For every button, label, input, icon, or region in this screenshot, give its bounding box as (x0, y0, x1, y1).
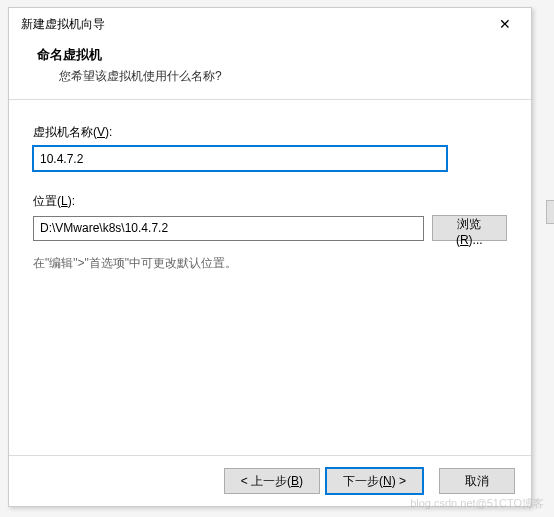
location-input[interactable] (33, 216, 424, 241)
side-sliver (546, 200, 554, 224)
wizard-header: 命名虚拟机 您希望该虚拟机使用什么名称? (9, 40, 531, 99)
content-area: 虚拟机名称(V): 位置(L): 浏览(R)... 在"编辑">"首选项"中可更… (9, 100, 531, 272)
next-button[interactable]: 下一步(N) > (326, 468, 423, 494)
vm-name-label: 虚拟机名称(V): (33, 124, 507, 141)
wizard-dialog: 新建虚拟机向导 ✕ 命名虚拟机 您希望该虚拟机使用什么名称? 虚拟机名称(V):… (8, 7, 532, 507)
location-label: 位置(L): (33, 193, 507, 210)
hint-text: 在"编辑">"首选项"中可更改默认位置。 (33, 255, 507, 272)
cancel-button[interactable]: 取消 (439, 468, 515, 494)
back-button[interactable]: < 上一步(B) (224, 468, 320, 494)
dialog-title: 新建虚拟机向导 (21, 16, 105, 33)
titlebar: 新建虚拟机向导 ✕ (9, 8, 531, 40)
page-title: 命名虚拟机 (37, 46, 511, 64)
vm-name-input[interactable] (33, 146, 447, 171)
browse-button[interactable]: 浏览(R)... (432, 215, 507, 241)
close-button[interactable]: ✕ (483, 9, 527, 39)
close-icon: ✕ (499, 16, 511, 32)
page-subtitle: 您希望该虚拟机使用什么名称? (37, 68, 511, 85)
button-bar: < 上一步(B) 下一步(N) > 取消 (9, 455, 531, 506)
